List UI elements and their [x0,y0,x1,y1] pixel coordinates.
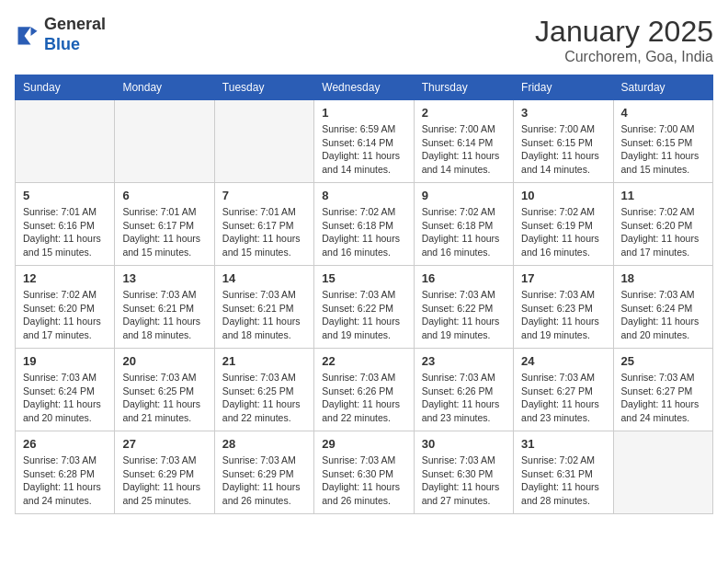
day-info: Sunrise: 7:03 AMSunset: 6:26 PMDaylight:… [322,371,405,425]
day-cell: 4Sunrise: 7:00 AMSunset: 6:15 PMDaylight… [613,100,712,183]
day-number: 25 [621,354,705,368]
day-info: Sunrise: 7:02 AMSunset: 6:18 PMDaylight:… [322,205,405,259]
day-number: 27 [122,437,206,451]
day-cell: 28Sunrise: 7:03 AMSunset: 6:29 PMDayligh… [214,431,313,514]
day-cell: 29Sunrise: 7:03 AMSunset: 6:30 PMDayligh… [314,431,414,514]
week-row: 12Sunrise: 7:02 AMSunset: 6:20 PMDayligh… [16,266,713,349]
day-info: Sunrise: 7:03 AMSunset: 6:29 PMDaylight:… [222,454,306,508]
day-info: Sunrise: 7:02 AMSunset: 6:19 PMDaylight:… [521,205,605,259]
day-cell: 25Sunrise: 7:03 AMSunset: 6:27 PMDayligh… [613,349,712,431]
day-info: Sunrise: 7:02 AMSunset: 6:20 PMDaylight:… [23,288,107,342]
header-day: Sunday [16,75,115,100]
day-info: Sunrise: 7:01 AMSunset: 6:17 PMDaylight:… [122,205,206,259]
day-info: Sunrise: 6:59 AMSunset: 6:14 PMDaylight:… [322,122,405,177]
day-cell: 31Sunrise: 7:02 AMSunset: 6:31 PMDayligh… [514,431,613,514]
day-cell: 3Sunrise: 7:00 AMSunset: 6:15 PMDaylight… [514,100,613,183]
day-number: 3 [521,106,605,120]
day-info: Sunrise: 7:03 AMSunset: 6:28 PMDaylight:… [23,454,107,508]
day-number: 26 [23,437,107,451]
day-cell: 17Sunrise: 7:03 AMSunset: 6:23 PMDayligh… [514,266,613,349]
day-number: 28 [222,437,306,451]
day-cell: 18Sunrise: 7:03 AMSunset: 6:24 PMDayligh… [613,266,712,349]
day-number: 1 [322,106,405,120]
day-cell: 8Sunrise: 7:02 AMSunset: 6:18 PMDaylight… [314,183,414,266]
day-number: 31 [521,437,605,451]
day-number: 2 [422,106,506,120]
calendar-table: SundayMondayTuesdayWednesdayThursdayFrid… [15,75,713,514]
day-info: Sunrise: 7:03 AMSunset: 6:21 PMDaylight:… [222,288,306,342]
day-info: Sunrise: 7:00 AMSunset: 6:15 PMDaylight:… [621,122,705,177]
day-cell: 9Sunrise: 7:02 AMSunset: 6:18 PMDaylight… [414,183,513,266]
day-number: 10 [521,189,605,202]
day-number: 8 [322,189,405,202]
day-info: Sunrise: 7:03 AMSunset: 6:26 PMDaylight:… [422,371,506,425]
day-cell [613,431,712,514]
day-cell [16,100,115,183]
day-info: Sunrise: 7:00 AMSunset: 6:15 PMDaylight:… [521,122,605,177]
day-info: Sunrise: 7:03 AMSunset: 6:30 PMDaylight:… [422,454,506,508]
header-day: Monday [115,75,214,100]
calendar-title: January 2025 [535,15,713,49]
day-info: Sunrise: 7:03 AMSunset: 6:25 PMDaylight:… [122,371,206,425]
day-info: Sunrise: 7:03 AMSunset: 6:27 PMDaylight:… [621,371,705,425]
day-number: 5 [23,189,107,202]
day-cell: 15Sunrise: 7:03 AMSunset: 6:22 PMDayligh… [314,266,414,349]
day-number: 13 [122,271,206,285]
day-number: 17 [521,271,605,285]
header-row: SundayMondayTuesdayWednesdayThursdayFrid… [16,75,713,100]
day-info: Sunrise: 7:03 AMSunset: 6:24 PMDaylight:… [23,371,107,425]
day-info: Sunrise: 7:03 AMSunset: 6:25 PMDaylight:… [222,371,306,425]
week-row: 5Sunrise: 7:01 AMSunset: 6:16 PMDaylight… [16,183,713,266]
title-block: January 2025 Curchorem, Goa, India [535,15,713,65]
page-header: General Blue January 2025 Curchorem, Goa… [15,15,713,65]
day-cell: 19Sunrise: 7:03 AMSunset: 6:24 PMDayligh… [16,349,115,431]
day-info: Sunrise: 7:03 AMSunset: 6:23 PMDaylight:… [521,288,605,342]
calendar-subtitle: Curchorem, Goa, India [535,49,713,65]
day-number: 22 [322,354,405,368]
day-number: 19 [23,354,107,368]
day-cell: 1Sunrise: 6:59 AMSunset: 6:14 PMDaylight… [314,100,414,183]
header-day: Wednesday [314,75,414,100]
day-cell: 11Sunrise: 7:02 AMSunset: 6:20 PMDayligh… [613,183,712,266]
svg-marker-2 [31,27,38,36]
day-cell: 6Sunrise: 7:01 AMSunset: 6:17 PMDaylight… [115,183,214,266]
day-cell: 5Sunrise: 7:01 AMSunset: 6:16 PMDaylight… [16,183,115,266]
day-info: Sunrise: 7:03 AMSunset: 6:27 PMDaylight:… [521,371,605,425]
day-cell: 20Sunrise: 7:03 AMSunset: 6:25 PMDayligh… [115,349,214,431]
day-cell: 13Sunrise: 7:03 AMSunset: 6:21 PMDayligh… [115,266,214,349]
day-cell: 2Sunrise: 7:00 AMSunset: 6:14 PMDaylight… [414,100,513,183]
day-number: 14 [222,271,306,285]
day-number: 23 [422,354,506,368]
day-number: 20 [122,354,206,368]
day-number: 15 [322,271,405,285]
day-number: 6 [122,189,206,202]
day-info: Sunrise: 7:03 AMSunset: 6:22 PMDaylight:… [322,288,405,342]
day-cell: 16Sunrise: 7:03 AMSunset: 6:22 PMDayligh… [414,266,513,349]
day-cell: 12Sunrise: 7:02 AMSunset: 6:20 PMDayligh… [16,266,115,349]
day-info: Sunrise: 7:01 AMSunset: 6:17 PMDaylight:… [222,205,306,259]
logo-general-text: General [44,15,106,35]
day-number: 21 [222,354,306,368]
day-number: 24 [521,354,605,368]
day-number: 7 [222,189,306,202]
day-cell: 7Sunrise: 7:01 AMSunset: 6:17 PMDaylight… [214,183,313,266]
day-info: Sunrise: 7:02 AMSunset: 6:20 PMDaylight:… [621,205,705,259]
day-number: 18 [621,271,705,285]
day-info: Sunrise: 7:03 AMSunset: 6:21 PMDaylight:… [122,288,206,342]
day-cell: 27Sunrise: 7:03 AMSunset: 6:29 PMDayligh… [115,431,214,514]
logo-blue-text: Blue [44,35,106,55]
day-cell: 24Sunrise: 7:03 AMSunset: 6:27 PMDayligh… [514,349,613,431]
day-info: Sunrise: 7:03 AMSunset: 6:29 PMDaylight:… [122,454,206,508]
day-cell: 21Sunrise: 7:03 AMSunset: 6:25 PMDayligh… [214,349,313,431]
day-info: Sunrise: 7:02 AMSunset: 6:31 PMDaylight:… [521,454,605,508]
logo: General Blue [15,15,106,54]
header-day: Friday [514,75,613,100]
week-row: 26Sunrise: 7:03 AMSunset: 6:28 PMDayligh… [16,431,713,514]
header-day: Saturday [613,75,712,100]
svg-marker-1 [18,27,31,44]
day-cell: 23Sunrise: 7:03 AMSunset: 6:26 PMDayligh… [414,349,513,431]
day-number: 4 [621,106,705,120]
logo-icon [15,22,40,48]
day-info: Sunrise: 7:03 AMSunset: 6:30 PMDaylight:… [322,454,405,508]
day-cell: 14Sunrise: 7:03 AMSunset: 6:21 PMDayligh… [214,266,313,349]
